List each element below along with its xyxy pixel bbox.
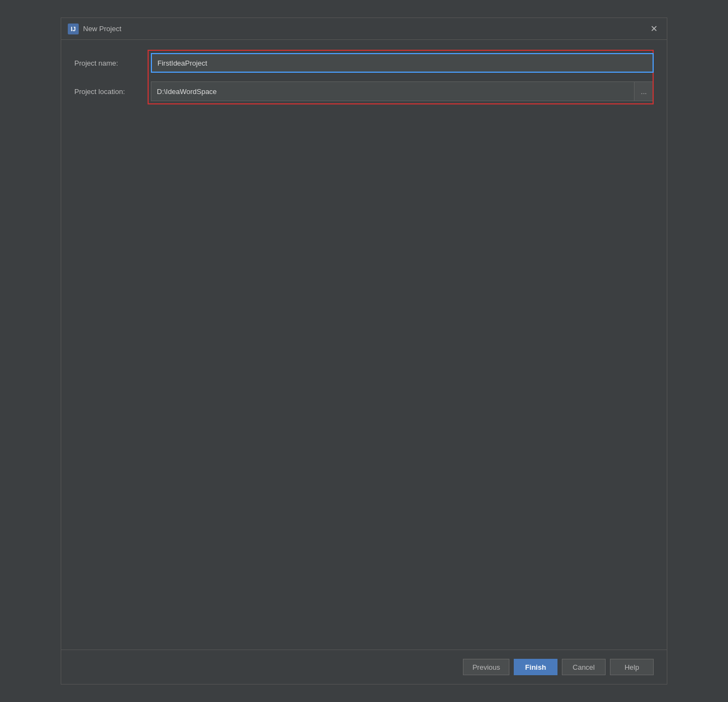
new-project-dialog: IJ New Project ✕ Project name: Project l… [61, 17, 667, 685]
close-button[interactable]: ✕ [647, 22, 660, 36]
browse-button[interactable]: ... [634, 81, 654, 101]
project-name-input-wrapper [151, 53, 654, 73]
project-location-input[interactable] [151, 81, 634, 101]
project-location-input-group: ... [151, 81, 654, 101]
project-location-row: Project location: ... [74, 81, 654, 101]
project-location-label: Project location: [74, 87, 151, 96]
form-fields-container: Project name: Project location: ... [74, 53, 654, 101]
previous-button[interactable]: Previous [463, 659, 509, 675]
project-name-input[interactable] [151, 53, 654, 73]
cancel-button[interactable]: Cancel [562, 659, 606, 675]
project-name-row: Project name: [74, 53, 654, 73]
finish-button[interactable]: Finish [514, 659, 557, 675]
bottom-bar: Previous Finish Cancel Help [61, 650, 667, 684]
project-name-label: Project name: [74, 59, 151, 67]
content-area: Project name: Project location: ... [61, 40, 667, 650]
help-button[interactable]: Help [610, 659, 654, 675]
title-bar: IJ New Project ✕ [61, 18, 667, 40]
app-icon: IJ [68, 24, 79, 34]
title-bar-left: IJ New Project [68, 24, 121, 34]
window-title: New Project [83, 25, 121, 33]
